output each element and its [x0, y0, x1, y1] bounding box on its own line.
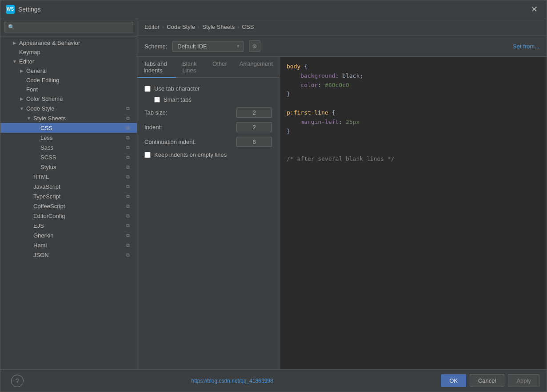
tab-size-label: Tab size:	[144, 109, 236, 116]
smart-tabs-checkbox[interactable]	[154, 97, 160, 103]
sidebar-item-code-editing[interactable]: Code Editing	[0, 75, 137, 85]
sidebar-item-color-scheme[interactable]: ▶ Color Scheme	[0, 94, 137, 103]
sidebar-item-editorconfig[interactable]: EditorConfig ⧉	[0, 211, 137, 221]
title-bar: WS Settings ✕	[0, 0, 547, 18]
expand-icon: ▼	[11, 59, 18, 64]
tab-content-tabs-and-indents: Use tab character Smart tabs Tab size: I…	[137, 78, 279, 369]
tab-size-input[interactable]	[236, 107, 272, 118]
breadcrumb-css: CSS	[242, 24, 254, 30]
copy-icon: ⧉	[126, 154, 133, 161]
sidebar-item-scss[interactable]: SCSS ⧉	[0, 152, 137, 162]
code-line-7: }	[287, 127, 539, 136]
help-button[interactable]: ?	[11, 375, 24, 387]
tab-size-row: Tab size:	[144, 107, 272, 118]
tab-tabs-and-indents[interactable]: Tabs and Indents	[137, 57, 176, 78]
scheme-label: Scheme:	[144, 43, 167, 50]
tabs-bar: Tabs and Indents Blank Lines Other Arran…	[137, 57, 279, 78]
breadcrumb: Editor › Code Style › Style Sheets › CSS	[137, 18, 547, 36]
breadcrumb-code-style: Code Style	[167, 24, 195, 30]
sidebar-item-gherkin[interactable]: Gherkin ⧉	[0, 230, 137, 240]
code-line-5: p:first-line {	[287, 108, 539, 118]
sidebar-item-coffeescript[interactable]: CoffeeScript ⧉	[0, 201, 137, 211]
content-area: ▶ Appearance & Behavior Keymap ▼ Editor …	[0, 18, 547, 369]
copy-icon: ⧉	[126, 193, 133, 200]
search-input[interactable]	[4, 22, 133, 32]
scheme-row: Scheme: Default IDE ⚙ Set from...	[137, 36, 547, 57]
copy-icon: ⧉	[126, 144, 133, 151]
smart-tabs-row: Smart tabs	[154, 96, 272, 103]
tab-arrangement[interactable]: Arrangement	[233, 57, 279, 78]
copy-icon: ⧉	[126, 115, 133, 122]
copy-icon: ⧉	[126, 134, 133, 141]
continuation-indent-row: Continuation indent:	[144, 137, 272, 147]
cancel-button[interactable]: Cancel	[470, 374, 504, 387]
use-tab-character-label: Use tab character	[154, 85, 200, 92]
continuation-indent-input[interactable]	[236, 137, 272, 147]
copy-icon: ⧉	[126, 105, 133, 112]
sidebar-item-stylus[interactable]: Stylus ⧉	[0, 162, 137, 172]
expand-icon: ▶	[18, 68, 25, 73]
copy-icon: ⧉	[126, 222, 133, 229]
indent-input[interactable]	[236, 122, 272, 132]
sidebar-item-style-sheets[interactable]: ▼ Style Sheets ⧉	[0, 113, 137, 123]
copy-icon: ⧉	[126, 183, 133, 190]
sidebar-item-haml[interactable]: Haml ⧉	[0, 240, 137, 250]
smart-tabs-label: Smart tabs	[164, 96, 192, 103]
set-from-link[interactable]: Set from...	[513, 43, 539, 50]
keep-indents-row: Keep indents on empty lines	[144, 151, 272, 158]
expand-icon: ▶	[11, 40, 18, 45]
sidebar-item-json[interactable]: JSON ⧉	[0, 250, 137, 260]
ok-button[interactable]: OK	[441, 374, 466, 387]
app-icon: WS	[6, 5, 15, 14]
use-tab-character-checkbox[interactable]	[144, 86, 151, 92]
sidebar-item-keymap[interactable]: Keymap	[0, 48, 137, 57]
copy-icon: ⧉	[126, 251, 133, 258]
sidebar-item-less[interactable]: Less ⧉	[0, 133, 137, 143]
footer: ? https://blog.csdn.net/qq_41863998 OK C…	[0, 369, 547, 392]
apply-button[interactable]: Apply	[508, 374, 539, 387]
copy-icon: ⧉	[126, 242, 133, 249]
expand-icon: ▼	[25, 116, 32, 121]
settings-dialog: WS Settings ✕ ▶ Appearance & Behavior Ke…	[0, 0, 547, 392]
sidebar-item-ejs[interactable]: EJS ⧉	[0, 221, 137, 230]
use-tab-character-row: Use tab character	[144, 85, 272, 92]
copy-icon: ⧉	[126, 124, 133, 131]
code-line-6: margin-left: 25px	[287, 118, 539, 127]
indent-row: Indent:	[144, 122, 272, 132]
continuation-indent-label: Continuation indent:	[144, 139, 236, 145]
copy-icon: ⧉	[126, 232, 133, 239]
dialog-title: Settings	[18, 6, 527, 13]
code-line-4: }	[287, 90, 539, 99]
sidebar-item-font[interactable]: Font	[0, 85, 137, 94]
breadcrumb-editor: Editor	[144, 24, 160, 30]
sidebar: ▶ Appearance & Behavior Keymap ▼ Editor …	[0, 18, 137, 369]
sidebar-item-javascript[interactable]: JavaScript ⧉	[0, 182, 137, 191]
sidebar-item-appearance-behavior[interactable]: ▶ Appearance & Behavior	[0, 38, 137, 48]
footer-url: https://blog.csdn.net/qq_41863998	[192, 378, 273, 384]
copy-icon: ⧉	[126, 202, 133, 210]
code-preview: body { background: black; color: #80c0c0…	[279, 57, 547, 369]
scheme-dropdown[interactable]: Default IDE	[172, 41, 244, 52]
main-panel: Editor › Code Style › Style Sheets › CSS…	[137, 18, 547, 369]
tab-other[interactable]: Other	[206, 57, 233, 78]
expand-icon: ▶	[18, 96, 25, 101]
tab-blank-lines[interactable]: Blank Lines	[176, 57, 206, 78]
scheme-gear-button[interactable]: ⚙	[249, 40, 260, 52]
sidebar-item-css[interactable]: CSS ⧉	[0, 123, 137, 133]
sidebar-item-typescript[interactable]: TypeScript ⧉	[0, 191, 137, 201]
copy-icon: ⧉	[126, 173, 133, 180]
settings-area: Tabs and Indents Blank Lines Other Arran…	[137, 57, 547, 369]
expand-icon: ▼	[18, 106, 25, 111]
breadcrumb-style-sheets: Style Sheets	[202, 24, 235, 30]
sidebar-item-code-style[interactable]: ▼ Code Style ⧉	[0, 103, 137, 113]
close-button[interactable]: ✕	[527, 3, 541, 16]
sidebar-item-general[interactable]: ▶ General	[0, 66, 137, 75]
sidebar-item-html[interactable]: HTML ⧉	[0, 172, 137, 182]
settings-panel: Tabs and Indents Blank Lines Other Arran…	[137, 57, 279, 369]
keep-indents-checkbox[interactable]	[144, 152, 151, 158]
sidebar-item-editor[interactable]: ▼ Editor	[0, 57, 137, 66]
code-line-3: color: #80c0c0	[287, 81, 539, 90]
copy-icon: ⧉	[126, 212, 133, 219]
sidebar-item-sass[interactable]: Sass ⧉	[0, 143, 137, 152]
code-line-2: background: black;	[287, 71, 539, 81]
